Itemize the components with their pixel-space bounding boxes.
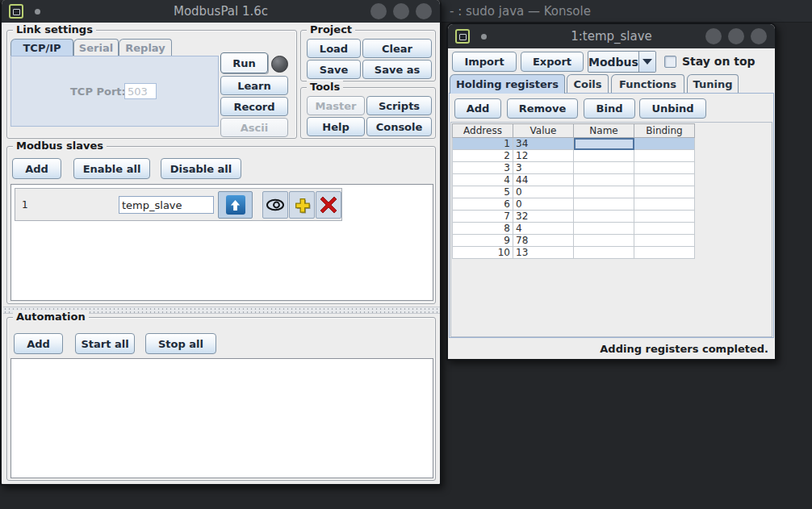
cell-value[interactable]: 13 <box>513 247 574 259</box>
help-button[interactable]: Help <box>307 117 365 136</box>
learn-button[interactable]: Learn <box>220 76 288 95</box>
cell-address[interactable]: 2 <box>453 150 513 162</box>
tab-holding-registers[interactable]: Holding registers <box>450 74 565 94</box>
tab-serial[interactable]: Serial <box>73 39 119 56</box>
cell-value[interactable]: 4 <box>513 223 574 235</box>
table-row[interactable]: 2 12 <box>453 150 695 162</box>
col-header-name[interactable]: Name <box>574 124 634 138</box>
cell-name[interactable] <box>574 198 634 211</box>
cell-binding[interactable] <box>634 247 695 259</box>
register-remove-button[interactable]: Remove <box>507 98 578 119</box>
col-header-address[interactable]: Address <box>453 124 513 138</box>
cell-value[interactable]: 34 <box>513 138 574 150</box>
save-button[interactable]: Save <box>307 60 361 79</box>
cell-address[interactable]: 7 <box>453 211 513 223</box>
cell-value[interactable]: 78 <box>513 235 574 247</box>
console-button[interactable]: Console <box>366 117 432 136</box>
scripts-button[interactable]: Scripts <box>366 96 432 115</box>
cell-name[interactable] <box>574 235 634 247</box>
table-row[interactable]: 8 4 <box>453 223 695 235</box>
register-add-button[interactable]: Add <box>454 98 501 119</box>
cell-name[interactable] <box>574 138 634 150</box>
tab-coils[interactable]: Coils <box>567 74 609 94</box>
slave-enable-button[interactable] <box>218 191 253 219</box>
register-unbind-button[interactable]: Unbind <box>639 98 706 119</box>
save-as-button[interactable]: Save as <box>362 60 432 79</box>
register-table-viewport[interactable]: Address Value Name Binding 1 34 2 12 <box>450 122 772 337</box>
table-row[interactable]: 1 34 <box>453 138 695 150</box>
cell-address[interactable]: 1 <box>453 138 513 150</box>
cell-binding[interactable] <box>634 198 695 211</box>
cell-value[interactable]: 3 <box>513 162 574 174</box>
mode-select[interactable]: Modbus <box>588 51 656 73</box>
slave-view-button[interactable] <box>262 191 288 219</box>
tab-tuning[interactable]: Tuning <box>687 74 739 94</box>
run-button[interactable]: Run <box>220 52 268 73</box>
cell-binding[interactable] <box>634 211 695 223</box>
cell-name[interactable] <box>574 223 634 235</box>
titlebar-circle-button[interactable] <box>728 28 744 44</box>
cell-binding[interactable] <box>634 174 695 186</box>
clear-button[interactable]: Clear <box>362 39 432 58</box>
table-row[interactable]: 4 44 <box>453 174 695 186</box>
cell-address[interactable]: 4 <box>453 174 513 186</box>
titlebar-circle-button[interactable] <box>416 3 432 19</box>
titlebar-circle-button[interactable] <box>751 28 767 44</box>
slave-delete-button[interactable] <box>316 191 341 219</box>
cell-binding[interactable] <box>634 223 695 235</box>
cell-binding[interactable] <box>634 150 695 162</box>
table-row[interactable]: 7 32 <box>453 211 695 223</box>
cell-name[interactable] <box>574 174 634 186</box>
cell-value[interactable]: 32 <box>513 211 574 223</box>
register-bind-button[interactable]: Bind <box>584 98 635 119</box>
cell-name[interactable] <box>574 211 634 223</box>
col-header-binding[interactable]: Binding <box>634 124 695 138</box>
titlebar-circle-button[interactable] <box>705 28 722 44</box>
stay-on-top-checkbox[interactable] <box>664 56 676 68</box>
enable-all-button[interactable]: Enable all <box>73 158 150 179</box>
konsole-titlebar[interactable]: - : sudo java — Konsole <box>442 0 812 23</box>
cell-binding[interactable] <box>634 186 695 198</box>
master-button[interactable]: Master <box>307 96 365 115</box>
cell-binding[interactable] <box>634 138 695 150</box>
export-button[interactable]: Export <box>521 52 584 72</box>
cell-binding[interactable] <box>634 162 695 174</box>
table-row[interactable]: 10 13 <box>453 247 695 259</box>
ascii-button[interactable]: Ascii <box>220 118 288 137</box>
chevron-down-icon[interactable] <box>638 52 655 72</box>
slave-row[interactable]: 1 temp_slave <box>15 188 342 221</box>
record-button[interactable]: Record <box>220 97 288 116</box>
tab-functions[interactable]: Functions <box>611 74 684 94</box>
slave-duplicate-button[interactable] <box>289 191 315 219</box>
cell-name[interactable] <box>574 162 634 174</box>
cell-name[interactable] <box>574 150 634 162</box>
slave-name-field[interactable]: temp_slave <box>119 196 214 214</box>
table-row[interactable]: 3 3 <box>453 162 695 174</box>
cell-address[interactable]: 3 <box>453 162 513 174</box>
cell-address[interactable]: 5 <box>453 186 513 198</box>
cell-value[interactable]: 0 <box>513 198 574 211</box>
table-row[interactable]: 5 0 <box>453 186 695 198</box>
load-button[interactable]: Load <box>307 39 361 58</box>
import-button[interactable]: Import <box>452 52 517 72</box>
cell-name[interactable] <box>574 247 634 259</box>
cell-value[interactable]: 44 <box>513 174 574 186</box>
tcp-port-field[interactable]: 503 <box>124 83 157 99</box>
cell-value[interactable]: 0 <box>513 186 574 198</box>
table-row[interactable]: 9 78 <box>453 235 695 247</box>
table-row[interactable]: 6 0 <box>453 198 695 211</box>
titlebar-circle-button[interactable] <box>393 3 409 19</box>
cell-address[interactable]: 9 <box>453 235 513 247</box>
cell-binding[interactable] <box>634 235 695 247</box>
modbuspal-titlebar[interactable]: ModbusPal 1.6c <box>2 0 440 23</box>
cell-name[interactable] <box>574 186 634 198</box>
cell-address[interactable]: 6 <box>453 198 513 211</box>
automation-add-button[interactable]: Add <box>14 333 63 354</box>
cell-value[interactable]: 12 <box>513 150 574 162</box>
titlebar-circle-button[interactable] <box>370 3 387 19</box>
tab-tcpip[interactable]: TCP/IP <box>10 39 73 56</box>
cell-address[interactable]: 8 <box>453 223 513 235</box>
disable-all-button[interactable]: Disable all <box>161 158 241 179</box>
stop-all-button[interactable]: Stop all <box>145 333 216 354</box>
start-all-button[interactable]: Start all <box>75 333 135 354</box>
